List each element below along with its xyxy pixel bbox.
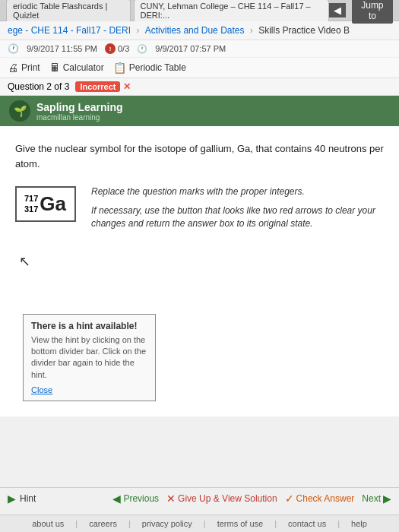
due-datetime: 9/9/2017 11:55 PM — [27, 44, 97, 53]
browser-tab-1[interactable]: eriodic Table Flashcards | Quizlet — [6, 0, 131, 21]
question-status: Question 2 of 3 — [8, 81, 69, 92]
collapse-panel-button[interactable]: ◀ — [329, 3, 346, 17]
hint-title: There is a hint available! — [31, 321, 147, 331]
hint-close-button[interactable]: Close — [31, 385, 147, 394]
previous-button[interactable]: ◀ Previous — [112, 492, 159, 505]
close-incorrect-button[interactable]: ✕ — [123, 81, 131, 92]
hint-nav-button[interactable]: Hint — [20, 493, 36, 504]
clock-icon: 🕐 — [8, 43, 19, 54]
periodic-table-icon: 📋 — [113, 62, 126, 74]
check-answer-button[interactable]: ✓ Check Answer — [285, 492, 355, 505]
give-up-button[interactable]: ✕ Give Up & View Solution — [166, 492, 277, 505]
incorrect-badge: Incorrect — [75, 81, 120, 92]
sapling-title-block: Sapling Learning macmillan learning — [36, 101, 123, 122]
question-content: Give the nuclear symbol for the isotope … — [0, 126, 399, 416]
footer-about[interactable]: about us — [32, 519, 64, 528]
give-up-icon: ✕ — [166, 492, 176, 505]
browser-topbar: eriodic Table Flashcards | Quizlet CUNY,… — [0, 0, 399, 21]
isotope-symbol: Ga — [40, 192, 66, 216]
sapling-logo: 🌱 — [9, 100, 30, 122]
isotope-mass-number[interactable]: 717 — [24, 194, 38, 204]
previous-icon: ◀ — [112, 492, 121, 505]
toolbar: 🖨 Print 🖩 Calculator 📋 Periodic Table — [0, 58, 399, 78]
page-footer: about us | careers | privacy policy | te… — [0, 515, 399, 532]
hint-section: There is a hint available! View the hint… — [23, 314, 376, 402]
isotope-numbers: 717 317 — [24, 194, 38, 214]
submitted-label: 🕐 — [137, 44, 147, 54]
calculator-button[interactable]: 🖩 Calculator — [49, 62, 104, 74]
nav-bar: ▶ Hint ◀ Previous ✕ Give Up & View Solut… — [0, 487, 399, 509]
breadcrumb-current: Skills Practice Video B — [258, 25, 350, 36]
instructions-block: Replace the question marks with the prop… — [91, 186, 384, 230]
sapling-header: 🌱 Sapling Learning macmillan learning — [0, 96, 399, 126]
periodic-table-button[interactable]: 📋 Periodic Table — [113, 62, 186, 74]
breadcrumb-link-2[interactable]: Activities and Due Dates — [145, 25, 245, 36]
next-button[interactable]: Next ▶ — [362, 492, 391, 505]
score-badge: ! 0/3 — [105, 43, 129, 54]
footer-contact[interactable]: contact us — [288, 519, 326, 528]
play-icon: ▶ — [8, 492, 16, 505]
cursor-indicator: ↖ — [19, 253, 30, 270]
footer-terms[interactable]: terms of use — [217, 519, 264, 528]
print-icon: 🖨 — [8, 62, 18, 74]
nav-right: ◀ Previous ✕ Give Up & View Solution ✓ C… — [112, 492, 391, 505]
instruction-line-2: If necessary, use the button that looks … — [91, 204, 384, 230]
breadcrumb-link-1[interactable]: ege - CHE 114 - Fall17 - DERI — [8, 25, 131, 36]
browser-tab-2[interactable]: CUNY, Lehman College – CHE 114 – Fall17 … — [134, 0, 329, 21]
calculator-icon: 🖩 — [49, 62, 60, 74]
footer-privacy[interactable]: privacy policy — [142, 519, 192, 528]
score-circle: ! — [105, 43, 116, 54]
sapling-title: Sapling Learning — [36, 101, 123, 113]
question-text: Give the nuclear symbol for the isotope … — [15, 141, 384, 171]
print-button[interactable]: 🖨 Print — [8, 62, 40, 74]
next-icon: ▶ — [383, 492, 391, 505]
sapling-subtitle: macmillan learning — [36, 113, 123, 122]
hint-body: View the hint by clicking on the bottom … — [31, 334, 147, 382]
incorrect-tab: Incorrect ✕ — [75, 81, 130, 92]
main-content: 🌱 Sapling Learning macmillan learning Gi… — [0, 96, 399, 416]
breadcrumb: ege - CHE 114 - Fall17 - DERI › Activiti… — [0, 21, 399, 40]
check-icon: ✓ — [285, 492, 294, 505]
jump-to-button[interactable]: Jump to — [352, 0, 393, 24]
isotope-box[interactable]: 717 317 Ga — [15, 186, 76, 222]
footer-careers[interactable]: careers — [89, 519, 117, 528]
datetime-row: 🕐 9/9/2017 11:55 PM ! 0/3 🕐 9/9/2017 07:… — [0, 40, 399, 58]
question-bar: Question 2 of 3 Incorrect ✕ — [0, 78, 399, 96]
answer-area: 717 317 Ga Replace the question marks wi… — [15, 186, 384, 230]
isotope-atomic-number[interactable]: 317 — [24, 204, 38, 214]
footer-help[interactable]: help — [351, 519, 367, 528]
instruction-line-1: Replace the question marks with the prop… — [91, 186, 384, 197]
browser-tabs: eriodic Table Flashcards | Quizlet CUNY,… — [6, 0, 329, 21]
submitted-datetime: 9/9/2017 07:57 PM — [155, 44, 226, 53]
nav-left: ▶ Hint — [8, 492, 36, 505]
hint-box: There is a hint available! View the hint… — [23, 314, 156, 402]
